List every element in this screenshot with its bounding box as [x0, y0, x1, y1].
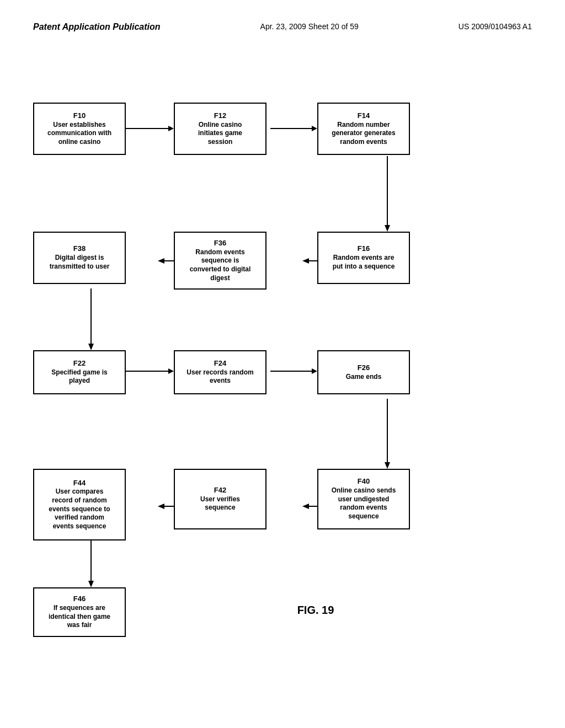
- box-F14: F14 Random numbergenerator generatesrand…: [317, 103, 410, 155]
- box-F12: F12 Online casinoinitiates gamesession: [174, 103, 266, 155]
- box-F24: F24 User records randomevents: [174, 350, 266, 394]
- svg-marker-23: [88, 581, 94, 587]
- svg-marker-11: [88, 344, 94, 350]
- page-header: Patent Application Publication Apr. 23, …: [0, 0, 565, 43]
- svg-marker-13: [168, 368, 174, 374]
- svg-marker-9: [158, 258, 164, 264]
- svg-marker-3: [312, 126, 317, 131]
- box-F10: F10 User establishescommunication withon…: [33, 103, 126, 155]
- box-F44: F44 User comparesrecord of randomevents …: [33, 469, 126, 540]
- publication-title: Patent Application Publication: [33, 22, 161, 32]
- svg-marker-19: [302, 504, 309, 509]
- svg-marker-5: [385, 225, 390, 232]
- diagram-container: F10 User establishescommunication withon…: [0, 43, 565, 650]
- svg-marker-15: [312, 368, 317, 374]
- box-F40: F40 Online casino sendsuser undigestedra…: [317, 469, 410, 529]
- box-F26: F26 Game ends: [317, 350, 410, 394]
- box-F36: F36 Random eventssequence isconverted to…: [174, 232, 266, 290]
- box-F42: F42 User verifiessequence: [174, 469, 266, 529]
- box-F22: F22 Specified game isplayed: [33, 350, 126, 394]
- box-F38: F38 Digital digest istransmitted to user: [33, 232, 126, 284]
- svg-marker-17: [385, 462, 390, 469]
- svg-marker-7: [302, 258, 309, 264]
- box-F16: F16 Random events areput into a sequence: [317, 232, 410, 284]
- svg-marker-1: [168, 126, 174, 131]
- svg-marker-21: [158, 504, 164, 509]
- header-date-sheet: Apr. 23, 2009 Sheet 20 of 59: [260, 22, 359, 31]
- patent-number: US 2009/0104963 A1: [459, 22, 532, 31]
- figure-caption: FIG. 19: [33, 604, 565, 617]
